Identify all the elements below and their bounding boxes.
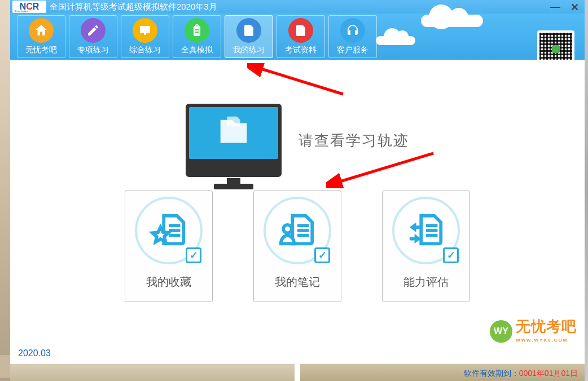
- cloud-decoration: [376, 36, 415, 45]
- card-row: ✓ 我的收藏 ✓ 我的笔记: [125, 191, 470, 302]
- brand-badge-icon: WY: [490, 320, 512, 343]
- toolbar-label: 专项练习: [77, 45, 109, 55]
- monitor-icon: [186, 104, 282, 177]
- app-logo: NCR Examination: [12, 1, 46, 13]
- check-icon: ✓: [443, 247, 459, 263]
- version-text: 2020.03: [18, 348, 51, 358]
- title-bar: NCR Examination 全国计算机等级考试超级模拟软件2020年3月 —…: [10, 0, 585, 14]
- toolbar-home[interactable]: 无忧考吧: [17, 15, 65, 58]
- svg-line-13: [336, 153, 433, 183]
- toolbar-label: 全真模拟: [181, 45, 213, 55]
- content-area: 请查看学习轨迹 ✓ 我的收藏 ✓: [10, 60, 585, 363]
- toolbar-label: 考试资料: [285, 45, 317, 55]
- annotation-arrow: [247, 63, 349, 97]
- toolbar-label: 我的练习: [233, 45, 265, 55]
- toolbar-label: 客户服务: [337, 45, 368, 55]
- toolbar-exam-materials[interactable]: 考试资料: [277, 15, 325, 58]
- svg-line-12: [257, 68, 343, 94]
- card-my-notes[interactable]: ✓ 我的笔记: [253, 191, 341, 302]
- clipboard-icon: [185, 18, 209, 43]
- document-list-icon: [236, 18, 261, 43]
- toolbar-special-practice[interactable]: 专项练习: [69, 15, 117, 58]
- cloud-decoration: [421, 15, 483, 27]
- card-label: 能力评估: [403, 274, 449, 290]
- home-icon: [29, 18, 54, 43]
- card-my-favorites[interactable]: ✓ 我的收藏: [125, 191, 213, 302]
- headset-icon: [340, 18, 365, 43]
- arrows-document-icon: ✓: [392, 197, 460, 264]
- person-document-icon: ✓: [264, 197, 331, 264]
- card-label: 我的收藏: [146, 274, 191, 290]
- check-icon: ✓: [314, 247, 330, 263]
- logo-subtext: Examination: [15, 10, 28, 13]
- star-document-icon: ✓: [135, 197, 203, 264]
- toolbar-my-practice[interactable]: 我的练习: [225, 15, 273, 58]
- svg-rect-1: [144, 33, 146, 35]
- left-background-strip: [0, 0, 10, 381]
- brand-logo: WY 无忧考吧 WWW.WYK8.COM: [490, 319, 577, 344]
- app-title: 全国计算机等级考试超级模拟软件2020年3月: [50, 2, 217, 12]
- toolbar-customer-service[interactable]: 客户服务: [328, 15, 377, 58]
- card-ability-assessment[interactable]: ✓ 能力评估: [382, 191, 470, 302]
- banner-text: 请查看学习轨迹: [299, 131, 409, 150]
- brand-site: WWW.WYK8.COM: [516, 338, 568, 343]
- svg-rect-0: [140, 26, 150, 33]
- minimize-button[interactable]: —: [550, 1, 560, 14]
- pencil-icon: [81, 18, 106, 43]
- toolbar-real-simulation[interactable]: 全真模拟: [173, 15, 221, 58]
- right-background-strip: [585, 0, 588, 381]
- check-icon: ✓: [186, 247, 201, 263]
- svg-point-8: [283, 225, 292, 233]
- toolbar-label: 无忧考吧: [25, 45, 57, 55]
- brand-name: 无忧考吧: [516, 319, 577, 334]
- document-badge-icon: [288, 18, 313, 43]
- board-icon: [133, 18, 157, 43]
- close-button[interactable]: ✕: [571, 1, 579, 14]
- toolbar-comprehensive-practice[interactable]: 综合练习: [121, 15, 169, 58]
- main-toolbar: 无忧考吧 专项练习 综合练习 全真模拟 我的练习 考试资料 客户服务: [10, 14, 585, 60]
- card-label: 我的笔记: [275, 274, 320, 290]
- validity-text: 软件有效期到：0001年01月01日: [464, 369, 578, 379]
- toolbar-label: 综合练习: [129, 45, 161, 55]
- annotation-arrow: [326, 149, 439, 188]
